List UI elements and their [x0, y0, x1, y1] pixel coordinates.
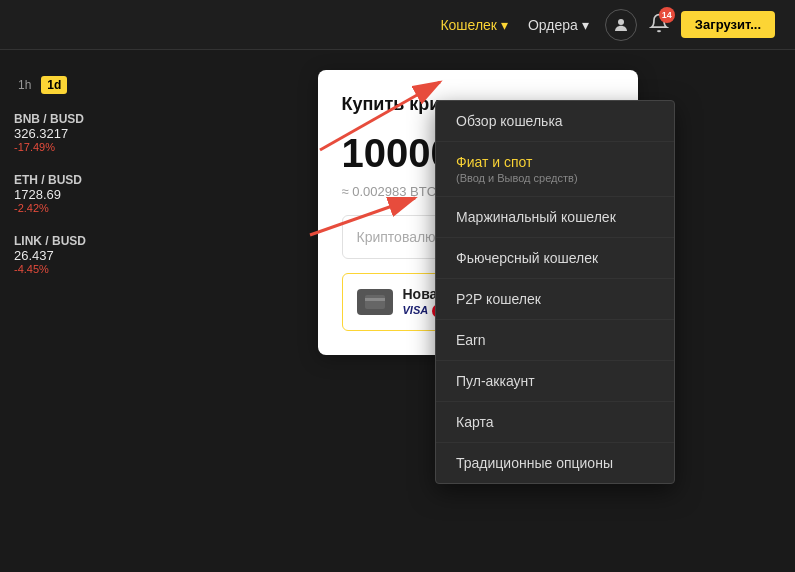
list-item[interactable]: LINK / BUSD 26.437 -4.45% — [8, 226, 152, 283]
visa-logo: VISA — [403, 304, 429, 318]
dropdown-item-futures[interactable]: Фьючерсный кошелек — [436, 238, 674, 279]
header-nav: Кошелек ▾ Ордера ▾ — [440, 17, 588, 33]
pair-name-bnb: BNB / BUSD — [14, 112, 146, 126]
wallet-dropdown-menu: Обзор кошелька Фиат и спот (Ввод и Вывод… — [435, 100, 675, 484]
upload-button[interactable]: Загрузит... — [681, 11, 775, 38]
wallet-chevron-icon: ▾ — [501, 17, 508, 33]
dropdown-item-p2p[interactable]: P2P кошелек — [436, 279, 674, 320]
orders-chevron-icon: ▾ — [582, 17, 589, 33]
pair-name-link: LINK / BUSD — [14, 234, 146, 248]
list-item[interactable]: BNB / BUSD 326.3217 -17.49% — [8, 104, 152, 161]
header: Кошелек ▾ Ордера ▾ 14 Загрузит... — [0, 0, 795, 50]
svg-rect-2 — [365, 298, 385, 301]
pair-change-eth: -2.42% — [14, 202, 146, 214]
user-icon[interactable] — [605, 9, 637, 41]
time-1d-button[interactable]: 1d — [41, 76, 67, 94]
time-1h-button[interactable]: 1h — [14, 76, 35, 94]
svg-point-0 — [618, 19, 624, 25]
pair-change-link: -4.45% — [14, 263, 146, 275]
dropdown-item-overview[interactable]: Обзор кошелька — [436, 101, 674, 142]
pair-change-bnb: -17.49% — [14, 141, 146, 153]
header-icons: 14 Загрузит... — [605, 9, 775, 41]
dropdown-item-pool[interactable]: Пул-аккаунт — [436, 361, 674, 402]
dropdown-item-earn[interactable]: Earn — [436, 320, 674, 361]
pair-price-bnb: 326.3217 — [14, 126, 146, 141]
dropdown-item-options[interactable]: Традиционные опционы — [436, 443, 674, 483]
card-icon — [357, 289, 393, 315]
orders-label: Ордера — [528, 17, 578, 33]
wallet-label: Кошелек — [440, 17, 497, 33]
bell-badge: 14 — [659, 7, 675, 23]
bell-icon-wrapper[interactable]: 14 — [649, 13, 669, 37]
main-content: 1h 1d BNB / BUSD 326.3217 -17.49% ETH / … — [0, 50, 795, 572]
dropdown-item-fiat-subtitle: (Ввод и Вывод средств) — [456, 172, 654, 184]
pair-price-eth: 1728.69 — [14, 187, 146, 202]
list-item[interactable]: ETH / BUSD 1728.69 -2.42% — [8, 165, 152, 222]
pair-name-eth: ETH / BUSD — [14, 173, 146, 187]
pair-price-link: 26.437 — [14, 248, 146, 263]
dropdown-item-margin[interactable]: Маржинальный кошелек — [436, 197, 674, 238]
time-buttons: 1h 1d — [8, 66, 152, 104]
svg-rect-1 — [365, 295, 385, 309]
wallet-nav-item[interactable]: Кошелек ▾ — [440, 17, 508, 33]
dropdown-item-card[interactable]: Карта — [436, 402, 674, 443]
sidebar: 1h 1d BNB / BUSD 326.3217 -17.49% ETH / … — [0, 50, 160, 572]
dropdown-item-fiat-spot[interactable]: Фиат и спот (Ввод и Вывод средств) — [436, 142, 674, 197]
orders-nav-item[interactable]: Ордера ▾ — [528, 17, 589, 33]
